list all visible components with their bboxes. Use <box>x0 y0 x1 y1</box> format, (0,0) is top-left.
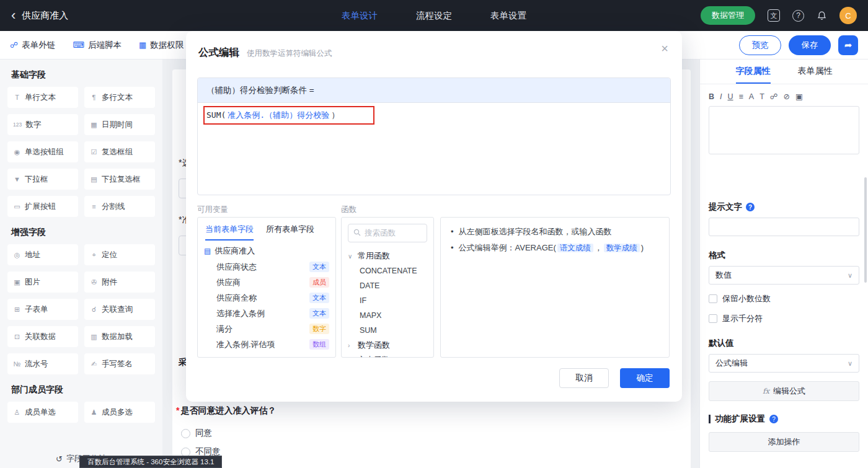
image-icon[interactable]: ▣ <box>795 92 803 101</box>
share-button[interactable]: ➦ <box>838 35 858 55</box>
fx-icon: fx <box>763 387 769 395</box>
data-load-icon: ▥ <box>90 333 98 341</box>
tree-field[interactable]: 供应商全称文本 <box>198 290 335 306</box>
help-icon[interactable]: ? <box>769 415 778 423</box>
preview-button[interactable]: 预览 <box>739 35 781 55</box>
function-item-concatenate[interactable]: CONCATENATE <box>342 263 433 278</box>
bell-icon[interactable] <box>817 11 827 21</box>
field-item-serial-number[interactable]: №流水号 <box>7 353 78 374</box>
tab-process-settings[interactable]: 流程设定 <box>416 10 452 22</box>
tree-field[interactable]: 满分数字 <box>198 321 335 337</box>
field-item-radio-group[interactable]: ◉单选按钮组 <box>7 141 78 162</box>
tab-current-form-fields[interactable]: 当前表单字段 <box>205 224 254 241</box>
form-toolbar-right: 预览 保存 ➦ <box>739 35 858 55</box>
tree-root-label: 供应商准入 <box>215 245 255 257</box>
cancel-button[interactable]: 取消 <box>559 368 609 388</box>
field-item-location[interactable]: ⌖定位 <box>84 244 155 265</box>
field-item-image[interactable]: ▣图片 <box>7 272 78 293</box>
confirm-button[interactable]: 确定 <box>620 368 670 388</box>
font-color-icon[interactable]: A <box>749 92 754 101</box>
field-item-number[interactable]: 123数字 <box>7 114 78 135</box>
scrollbar-thumb[interactable] <box>864 177 867 283</box>
close-icon[interactable]: × <box>661 42 668 55</box>
tree-field[interactable]: 供应商状态文本 <box>198 259 335 275</box>
checkbox-icon[interactable] <box>709 314 717 323</box>
data-manage-button[interactable]: 数据管理 <box>701 6 755 25</box>
tab-field-properties[interactable]: 字段属性 <box>736 60 771 84</box>
field-item-datetime[interactable]: ▦日期时间 <box>84 114 155 135</box>
field-item-related-data[interactable]: ⊡关联数据 <box>7 326 78 347</box>
underline-icon[interactable]: U <box>728 92 733 101</box>
back-icon[interactable]: ‹ <box>11 9 16 22</box>
bullet: • <box>451 242 454 254</box>
radio-circle-icon[interactable] <box>181 429 190 438</box>
font-size-icon[interactable]: T <box>760 92 764 101</box>
tab-form-settings[interactable]: 表单设置 <box>490 10 526 22</box>
bold-icon[interactable]: B <box>709 92 714 101</box>
function-group-math[interactable]: › 数学函数 <box>342 338 433 353</box>
field-item-member-multi[interactable]: ♟成员多选 <box>84 402 155 423</box>
radio-option-agree[interactable]: 同意 <box>181 428 212 439</box>
tab-form-design[interactable]: 表单设计 <box>342 10 378 22</box>
field-item-data-load[interactable]: ▥数据加载 <box>84 326 155 347</box>
italic-icon[interactable]: I <box>720 92 722 101</box>
field-item-checkbox-group[interactable]: ☑复选框组 <box>84 141 155 162</box>
function-search[interactable] <box>348 224 427 242</box>
field-item-address[interactable]: ◎地址 <box>7 244 78 265</box>
translate-icon[interactable]: 文 <box>768 9 780 22</box>
field-item-label: 关联数据 <box>25 332 56 342</box>
field-item-member-single[interactable]: ♙成员单选 <box>7 402 78 423</box>
formula-edit-modal: 公式编辑 使用数学运算符编辑公式 × （辅助）得分检验判断条件 = SUM(准入… <box>186 31 682 402</box>
data-permission-button[interactable]: ▦ 数据权限 <box>139 40 184 51</box>
unlink-icon[interactable]: ⊘ <box>784 92 790 101</box>
tree-field[interactable]: 供应商成员 <box>198 275 335 290</box>
field-type-badge: 数组 <box>309 339 329 350</box>
field-item-divider[interactable]: ≡分割线 <box>84 196 155 217</box>
function-group-common[interactable]: ∨ 常用函数 <box>342 249 433 263</box>
field-item-dropdown[interactable]: ▼下拉框 <box>7 169 78 190</box>
function-item-sum[interactable]: SUM <box>342 323 433 338</box>
field-item-subform[interactable]: ⊞子表单 <box>7 299 78 320</box>
format-select[interactable]: 数值 ∨ <box>709 266 859 285</box>
edit-formula-button[interactable]: fx 编辑公式 <box>709 381 859 401</box>
add-action-button[interactable]: 添加操作 <box>709 432 859 452</box>
function-item-date[interactable]: DATE <box>342 278 433 293</box>
save-button[interactable]: 保存 <box>789 35 831 55</box>
function-item-mapx[interactable]: MAPX <box>342 308 433 323</box>
field-item-single-text[interactable]: T单行文本 <box>7 87 78 108</box>
tab-form-properties[interactable]: 表单属性 <box>798 60 833 84</box>
field-item-attachment[interactable]: ✇附件 <box>84 272 155 293</box>
tree-field[interactable]: 准入条例.评估项数组 <box>198 337 335 352</box>
default-value-select[interactable]: 公式编辑 ∨ <box>709 354 859 373</box>
field-item-related-query[interactable]: ☌关联查询 <box>84 299 155 320</box>
location-icon: ⌖ <box>90 251 98 259</box>
field-palette-sidebar: 基础字段 T单行文本 ¶多行文本 123数字 ▦日期时间 ◉单选按钮组 ☑复选框… <box>0 60 162 468</box>
dropdown-icon: ▼ <box>13 175 21 183</box>
field-item-signature[interactable]: ✍手写签名 <box>84 353 155 374</box>
tip-example: 公式编辑举例：AVERAGE(语文成绩，数学成绩) <box>459 242 644 254</box>
search-input[interactable] <box>365 229 422 237</box>
avatar[interactable]: C <box>839 7 857 24</box>
function-item-if[interactable]: IF <box>342 293 433 308</box>
form-external-link-button[interactable]: ☍ 表单外链 <box>10 40 55 51</box>
field-item-extend-button[interactable]: ▭扩展按钮 <box>7 196 78 217</box>
field-title-editor[interactable] <box>709 106 859 154</box>
tree-field[interactable]: 选择准入条例文本 <box>198 306 335 321</box>
link-icon[interactable]: ☍ <box>770 92 778 101</box>
field-item-multi-text[interactable]: ¶多行文本 <box>84 87 155 108</box>
help-icon[interactable]: ? <box>792 10 804 22</box>
help-icon[interactable]: ? <box>746 203 755 211</box>
backend-script-button[interactable]: ⌨ 后端脚本 <box>73 40 122 51</box>
tab-all-form-fields[interactable]: 所有表单字段 <box>266 224 314 241</box>
formula-editor[interactable]: SUM(准入条例.（辅助）得分校验） <box>198 103 670 195</box>
modal-panels: 当前表单字段 所有表单字段 ▤ 供应商准入 供应商状态文本 供应商成员 供应商全… <box>197 217 670 358</box>
tree-root[interactable]: ▤ 供应商准入 <box>198 243 335 259</box>
decimal-option[interactable]: 保留小数位数 <box>709 293 859 304</box>
checkbox-icon[interactable] <box>709 294 717 303</box>
thousand-separator-option[interactable]: 显示千分符 <box>709 313 859 324</box>
function-group-text[interactable]: › 文本函数 <box>342 353 433 358</box>
hint-text-input[interactable] <box>709 218 859 236</box>
formula-field-chip[interactable]: 准入条例.（辅助）得分校验 <box>226 110 331 120</box>
field-item-dropdown-multi[interactable]: ▤下拉复选框 <box>84 169 155 190</box>
align-icon[interactable]: ≡ <box>739 92 743 101</box>
